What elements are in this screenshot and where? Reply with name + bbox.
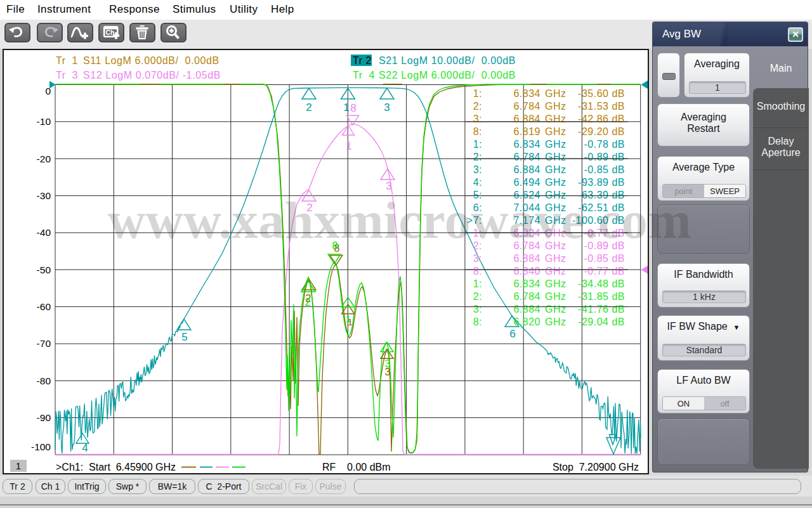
svg-text:-0.78 dB: -0.78 dB — [584, 139, 625, 150]
svg-text:1:: 1: — [473, 139, 482, 150]
svg-text:1: 1 — [343, 101, 349, 114]
svg-text:8: 8 — [350, 102, 356, 114]
svg-text:-29.20 dB: -29.20 dB — [578, 126, 625, 137]
svg-text:6.494: 6.494 — [513, 177, 540, 188]
svg-text:Tr 1: Tr 1 — [56, 55, 78, 66]
svg-text:6.834: 6.834 — [513, 139, 540, 150]
svg-text:GHz: GHz — [545, 304, 566, 315]
svg-text:-34.48 dB: -34.48 dB — [578, 278, 625, 289]
svg-text:-31.53 dB: -31.53 dB — [578, 101, 625, 112]
svg-text:S22 LogM 6.000dB/ 0.00dB: S22 LogM 6.000dB/ 0.00dB — [379, 70, 516, 81]
svg-text:1: 1 — [346, 140, 351, 152]
svg-text:GHz: GHz — [545, 177, 566, 188]
svg-text:5: 5 — [181, 331, 187, 343]
svg-text:-100: -100 — [31, 441, 51, 452]
svg-text:GHz: GHz — [545, 139, 566, 150]
svg-text:-50: -50 — [37, 264, 51, 275]
svg-text:-10: -10 — [37, 116, 51, 127]
svg-text:GHz: GHz — [545, 253, 566, 264]
svg-text:-29.04 dB: -29.04 dB — [578, 316, 625, 327]
svg-text:GHz: GHz — [545, 114, 566, 124]
svg-text:3:: 3: — [473, 114, 482, 124]
svg-text:S11 LogM 6.000dB/ 0.00dB: S11 LogM 6.000dB/ 0.00dB — [83, 55, 219, 66]
svg-text:>Ch1: Start 6.45900 GHz: >Ch1: Start 6.45900 GHz — [56, 462, 176, 472]
svg-text:6.884: 6.884 — [513, 114, 540, 124]
svg-text:-40: -40 — [37, 227, 51, 238]
svg-text:6.884: 6.884 — [513, 253, 540, 264]
svg-text:6.784: 6.784 — [513, 101, 540, 112]
svg-text:1:: 1: — [473, 88, 482, 99]
svg-text:Stop 7.20900 GHz: Stop 7.20900 GHz — [553, 462, 639, 472]
svg-text:4: 4 — [82, 442, 88, 454]
svg-text:1:: 1: — [473, 278, 482, 289]
svg-text:GHz: GHz — [545, 88, 566, 99]
svg-text:S21 LogM 10.00dB/ 0.00dB: S21 LogM 10.00dB/ 0.00dB — [379, 55, 516, 66]
svg-text:GHz: GHz — [545, 316, 566, 327]
svg-text:8:: 8: — [473, 126, 482, 137]
svg-text:0: 0 — [45, 86, 51, 96]
svg-text:-20: -20 — [37, 153, 51, 164]
svg-text:RF 0.00 dBm: RF 0.00 dBm — [322, 462, 391, 472]
svg-text:Tr 4: Tr 4 — [353, 70, 375, 81]
svg-text:6.884: 6.884 — [513, 304, 540, 315]
svg-text:3: 3 — [385, 358, 391, 369]
svg-text:2: 2 — [305, 297, 311, 308]
svg-text:-60: -60 — [37, 301, 51, 312]
svg-text:6.834: 6.834 — [513, 278, 540, 289]
svg-text:1: 1 — [16, 460, 21, 471]
svg-text:6.840: 6.840 — [513, 266, 540, 277]
svg-text:6.834: 6.834 — [513, 88, 540, 99]
svg-text:2:: 2: — [473, 152, 482, 162]
svg-text:6: 6 — [509, 328, 515, 340]
svg-text:S12 LogM 0.070dB/ -1.05dB: S12 LogM 0.070dB/ -1.05dB — [83, 70, 221, 81]
svg-text:-41.76 dB: -41.76 dB — [578, 304, 625, 315]
svg-text:3:: 3: — [473, 253, 482, 264]
svg-text:4:: 4: — [473, 177, 482, 188]
svg-text:GHz: GHz — [545, 291, 566, 302]
svg-text:6.784: 6.784 — [513, 152, 540, 162]
svg-text:GHz: GHz — [545, 278, 566, 289]
svg-text:-42.86 dB: -42.86 dB — [578, 114, 625, 124]
svg-text:GHz: GHz — [545, 126, 566, 137]
svg-text:GHz: GHz — [545, 164, 566, 175]
svg-text:-0.85 dB: -0.85 dB — [584, 164, 625, 175]
svg-text:3:: 3: — [473, 304, 482, 315]
svg-text:-70: -70 — [37, 338, 51, 349]
svg-text:6.784: 6.784 — [513, 291, 540, 302]
svg-text:8:: 8: — [473, 316, 482, 327]
svg-text:6.884: 6.884 — [513, 164, 540, 175]
svg-text:-93.89 dB: -93.89 dB — [578, 177, 625, 188]
svg-text:Tr 3: Tr 3 — [56, 70, 78, 81]
svg-text:Tr 2: Tr 2 — [353, 55, 372, 66]
svg-text:GHz: GHz — [545, 101, 566, 112]
svg-text:-0.85 dB: -0.85 dB — [584, 253, 625, 264]
svg-text:-80: -80 — [37, 375, 51, 386]
svg-text:-31.85 dB: -31.85 dB — [578, 291, 625, 302]
svg-text:3:: 3: — [473, 164, 482, 175]
svg-text:2: 2 — [306, 101, 311, 114]
svg-text:2:: 2: — [473, 101, 482, 112]
svg-text:GHz: GHz — [545, 152, 566, 162]
svg-text:-0.77 dB: -0.77 dB — [584, 266, 625, 277]
svg-text:-90: -90 — [37, 412, 51, 423]
svg-text:8:: 8: — [473, 266, 482, 277]
svg-text:-30: -30 — [37, 190, 51, 201]
svg-text:-35.60 dB: -35.60 dB — [578, 88, 625, 99]
svg-text:6.820: 6.820 — [513, 316, 540, 327]
svg-text:6.819: 6.819 — [513, 126, 540, 137]
svg-text:GHz: GHz — [545, 266, 566, 277]
svg-text:-0.89 dB: -0.89 dB — [584, 152, 625, 162]
svg-text:1: 1 — [346, 313, 351, 324]
svg-text:2:: 2: — [473, 291, 482, 302]
svg-text:3: 3 — [384, 101, 390, 114]
